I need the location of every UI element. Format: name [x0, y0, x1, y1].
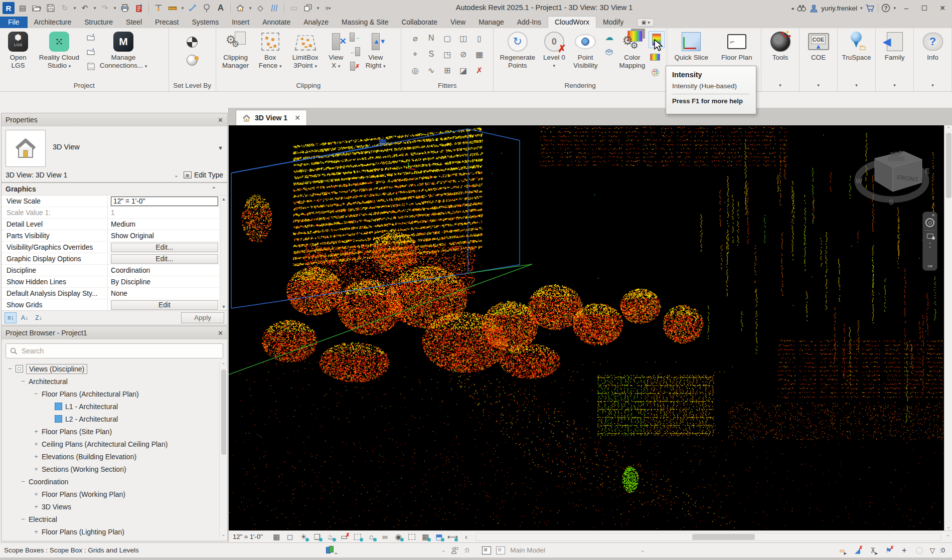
view-scale-button[interactable]: 12" = 1'-0": [233, 533, 263, 540]
selection-box-icon[interactable]: [405, 531, 419, 542]
undo-dropdown[interactable]: ▾: [92, 6, 97, 11]
tab-analyze[interactable]: Analyze: [297, 17, 335, 28]
collapse-icon[interactable]: −: [20, 515, 27, 523]
point-cloud-canvas[interactable]: [229, 125, 943, 530]
info-button[interactable]: ?Info: [916, 29, 949, 78]
expand-icon[interactable]: +: [33, 428, 40, 435]
expand-icon[interactable]: +: [33, 503, 40, 510]
view-tab-close-icon[interactable]: ✕: [294, 114, 300, 122]
collapse-view-bar-icon[interactable]: ‹: [459, 531, 473, 542]
synchronize-dropdown[interactable]: ▾: [72, 6, 77, 11]
expand-icon[interactable]: +: [33, 465, 40, 473]
tools-button[interactable]: Tools: [763, 29, 797, 78]
regenerate-points-button[interactable]: ↻ Regenerate Points: [496, 29, 539, 78]
properties-header[interactable]: Properties ✕: [2, 113, 227, 126]
tree-item[interactable]: −Views (Discipline): [2, 362, 227, 375]
steel-fitting-icon[interactable]: S: [428, 50, 434, 59]
ramp-fitting-icon[interactable]: ◪: [459, 66, 467, 75]
tree-item[interactable]: +Sections (Working Section): [2, 463, 227, 475]
tab-structure[interactable]: Structure: [78, 17, 119, 28]
point-visibility-button[interactable]: Point Visibility: [569, 29, 602, 78]
tab-systems[interactable]: Systems: [185, 17, 225, 28]
navbar-menu-icon[interactable]: ≡▾: [927, 264, 932, 269]
reality-cloud-studio-button[interactable]: ⁙ Reality Cloud Studio ▾: [35, 29, 83, 78]
analytical-model-icon[interactable]: ⬒: [432, 531, 446, 542]
tab-collaborate[interactable]: Collaborate: [395, 17, 444, 28]
cylinder-fitting-icon[interactable]: ▯: [477, 34, 482, 43]
edit-button[interactable]: Edit...: [111, 254, 218, 264]
panel-dropdown-tools[interactable]: ▾: [761, 79, 799, 91]
tab-file[interactable]: File: [0, 17, 28, 28]
in-progress-icon[interactable]: [914, 545, 925, 555]
properties-scrollbar[interactable]: ▲ ▼: [220, 196, 227, 310]
expand-icon[interactable]: +: [33, 440, 40, 448]
elbow-fitting-icon[interactable]: N: [428, 34, 434, 43]
cable-tray-fitting-icon[interactable]: ▦: [475, 50, 483, 59]
undo-icon[interactable]: ↶: [78, 2, 91, 15]
crop-region-icon[interactable]: [351, 531, 365, 542]
slice-forward-icon[interactable]: →: [349, 31, 362, 43]
family-button[interactable]: ◀Family: [878, 29, 911, 78]
level-0-button[interactable]: 0✗ Level 0 ▾: [540, 29, 568, 78]
panel-label-set-level-by[interactable]: Set Level By: [169, 79, 216, 91]
redo-dropdown[interactable]: ▾: [112, 6, 117, 11]
palette-icon[interactable]: [649, 66, 662, 78]
username-text[interactable]: yuriy.frenkel: [821, 5, 857, 12]
worksets-icon[interactable]: ⌁: [326, 546, 336, 555]
unlocked-view-icon[interactable]: ⌂: [365, 531, 378, 542]
tab-add-ins[interactable]: Add-Ins: [511, 17, 548, 28]
scroll-up-icon[interactable]: ⌃: [944, 534, 952, 539]
export-icon[interactable]: [132, 2, 145, 15]
type-selector[interactable]: 3D View ▼: [2, 126, 227, 169]
select-by-face-icon[interactable]: ⚑✗: [883, 545, 894, 555]
collapse-icon[interactable]: −: [7, 365, 14, 372]
tab-annotate[interactable]: Annotate: [256, 17, 297, 28]
truspace-button[interactable]: 🗀TruSpace: [840, 29, 873, 78]
view-x-button[interactable]: ✕ View X ▾: [325, 29, 348, 78]
color-mapping-button[interactable]: ⚙⚙ Color Mapping: [617, 29, 648, 78]
property-value[interactable]: None: [108, 288, 227, 299]
panel-label-fitters[interactable]: Fitters: [401, 79, 493, 91]
browser-scrollbar[interactable]: ⌃ ⌄: [219, 361, 227, 538]
disconnect-fitting-icon[interactable]: ✗: [476, 66, 483, 75]
design-options-icon[interactable]: [482, 546, 491, 554]
panel-dropdown-family[interactable]: ▾: [876, 79, 913, 91]
tree-item[interactable]: L2 - Architectural: [2, 413, 227, 425]
default-3d-view-dropdown[interactable]: ▾: [248, 6, 253, 11]
sort-za-button[interactable]: Z↓: [33, 312, 45, 323]
scrollbar-thumb[interactable]: [692, 534, 755, 540]
collapse-icon[interactable]: −: [20, 378, 27, 385]
tab-massing-site[interactable]: Massing & Site: [335, 17, 395, 28]
navigation-bar[interactable]: ✕ ⌄⌄ ≡▾: [922, 212, 937, 271]
print-icon[interactable]: [118, 2, 131, 15]
tree-item[interactable]: +Floor Plans (Working Plan): [2, 488, 227, 500]
snap-box-icon[interactable]: [603, 46, 616, 58]
scrollbar-thumb[interactable]: [946, 133, 951, 198]
project-browser-close-icon[interactable]: ✕: [218, 329, 223, 337]
tab-view[interactable]: View: [444, 17, 472, 28]
measure-dropdown[interactable]: ▾: [180, 6, 185, 11]
ribbon-display-toggle[interactable]: ▣▾: [637, 18, 654, 27]
viewcube[interactable]: W S E TOP FRONT: [852, 143, 932, 211]
apply-button[interactable]: Apply: [181, 312, 224, 323]
property-value[interactable]: 12" = 1'-0": [108, 196, 227, 207]
tag-icon[interactable]: [200, 2, 213, 15]
door-fitting-icon[interactable]: ◳: [443, 50, 451, 59]
edit-button[interactable]: Edit...: [111, 243, 218, 252]
section-icon[interactable]: ◇: [254, 2, 267, 15]
property-value[interactable]: Edit: [108, 299, 227, 310]
open-lgs-button[interactable]: ⬢LGS Open LGS: [2, 29, 34, 78]
select-underlay-icon[interactable]: ◢✗: [852, 545, 863, 555]
help-dropdown[interactable]: ▾: [893, 0, 896, 16]
open-icon[interactable]: [30, 2, 43, 15]
text-icon[interactable]: A: [214, 2, 227, 15]
filter-icon[interactable]: ▽: [929, 546, 935, 554]
cloud-update-icon[interactable]: ☁: [603, 31, 616, 43]
show-render-dialog-icon[interactable]: ♨: [324, 531, 338, 542]
selected-type[interactable]: 3D View: 3D View 1: [6, 171, 67, 179]
property-value[interactable]: Show Original: [108, 230, 227, 241]
close-button[interactable]: ✕: [935, 1, 950, 16]
drag-on-selection-icon[interactable]: ＋: [898, 545, 909, 555]
tree-item[interactable]: L1 - Architectural: [2, 400, 227, 413]
tab-steel[interactable]: Steel: [119, 17, 148, 28]
